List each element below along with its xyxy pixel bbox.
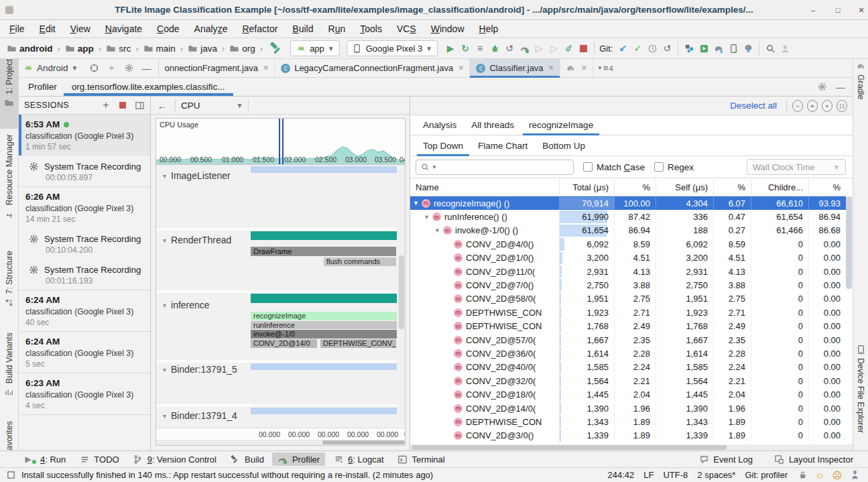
thread-state-bar[interactable] (251, 294, 397, 303)
thread-state-bar[interactable] (251, 408, 397, 414)
table-row[interactable]: mCONV_2D@18/0(1,4452.041,4452.0400.00 (410, 387, 846, 401)
chevron-down-icon[interactable]: ▾ (163, 237, 166, 244)
tool-window-button-device-file-explorer[interactable]: Device File Explorer (853, 344, 868, 450)
tab-all-threads[interactable]: All threads (464, 115, 521, 135)
tab-list-dropdown[interactable]: ▼≡4 (593, 59, 617, 77)
trace-span[interactable]: flush commands (324, 257, 396, 266)
table-row[interactable]: mCONV_2D@57/0(1,6672.351,6672.3500.00 (410, 333, 846, 347)
update-icon[interactable]: ↙ (617, 43, 628, 54)
column-header[interactable]: Childre... (751, 179, 808, 196)
tool-window-button-1-project[interactable]: 1: Project (0, 59, 18, 129)
collapse-icon[interactable]: ÷ (106, 63, 117, 74)
session-header[interactable]: 6:53 AMclassification (Google Pixel 3)1 … (19, 115, 150, 156)
subtab-bottom-up[interactable]: Bottom Up (535, 135, 593, 156)
hide-icon[interactable]: — (835, 82, 846, 93)
trace-span[interactable]: runInference (251, 321, 397, 329)
stop-red-icon[interactable] (117, 100, 128, 111)
table-horizontal-scrollbar[interactable] (410, 444, 853, 450)
tool-window-button-gradle[interactable]: Gradle (853, 60, 868, 121)
zoom-in-icon[interactable]: + (807, 101, 818, 111)
table-row[interactable]: ▼mrunInference() ()61,99087.423360.4761,… (410, 210, 846, 223)
session-header[interactable]: 6:23 AMclassification (Google Pixel 3)4 … (19, 373, 150, 414)
thread-state-bar[interactable] (251, 363, 397, 370)
menu-item-vcs[interactable]: VCS (397, 23, 416, 34)
tab-analysis[interactable]: Analysis (416, 115, 464, 135)
history-icon[interactable] (647, 43, 658, 54)
sdk-manager-icon[interactable] (743, 43, 753, 54)
layout-inspector-button[interactable]: Layout Inspector (769, 453, 859, 466)
tool-window-button-9-version-control[interactable]: 9: Version Control (127, 453, 222, 466)
device-select[interactable]: Google Pixel 3 ▼ (347, 40, 438, 56)
close-tab-icon[interactable]: ✕ (581, 64, 587, 72)
breadcrumb-item[interactable]: src (119, 44, 131, 54)
chevron-down-icon[interactable]: ▾ (163, 302, 166, 309)
timeline-vertical-scrollbar[interactable] (399, 255, 404, 329)
table-row[interactable]: mCONV_2D@36/0(1,6142.281,6142.2800.00 (410, 347, 846, 360)
trace-span[interactable]: invoke@-1/0 (251, 330, 397, 339)
settings-gear-icon[interactable] (123, 63, 134, 74)
chevron-down-icon[interactable]: ▼ (237, 102, 243, 109)
table-row[interactable]: mDEPTHWISE_CON1,7682.491,7682.4900.00 (410, 320, 846, 333)
table-row[interactable]: mCONV_2D@58/0(1,9512.751,9512.7500.00 (410, 292, 846, 306)
subtab-top-down[interactable]: Top Down (416, 135, 471, 156)
add-icon[interactable]: + (101, 100, 111, 111)
thread-state-bar[interactable] (251, 166, 397, 173)
trace-span[interactable]: recognizeImage (251, 312, 397, 320)
file-encoding[interactable]: UTF-8 (663, 470, 688, 480)
trace-bars[interactable]: DrawFrameflush commandsrecognizeImagerun… (251, 165, 397, 417)
editor-tab[interactable]: cLegacyCameraConnectionFragment.java✕ (275, 59, 470, 77)
table-vertical-scrollbar[interactable] (846, 196, 852, 289)
build-hammer-icon[interactable] (269, 41, 284, 56)
session-header[interactable]: 6:24 AMclassification (Google Pixel 3)40… (19, 290, 150, 331)
git-branch[interactable]: Git: profiler (745, 470, 788, 480)
skip-prev-icon[interactable]: ▷ (534, 43, 544, 54)
breadcrumb-item[interactable]: android (19, 44, 53, 54)
gradle-sync-icon[interactable] (713, 43, 724, 54)
editor-tab[interactable]: ✕ (560, 59, 593, 77)
session-header[interactable]: 6:26 AMclassification (Google Pixel 3)14… (19, 187, 150, 228)
debug-icon[interactable] (489, 43, 500, 54)
column-header[interactable]: % (713, 179, 751, 196)
close-tab-icon[interactable]: ✕ (263, 64, 269, 72)
split-panel-icon[interactable] (134, 100, 145, 111)
tool-window-button-todo[interactable]: TODO (74, 453, 124, 466)
deselect-all-link[interactable]: Deselect all (730, 101, 777, 111)
table-row[interactable]: mCONV_2D@32/0(1,5642.211,5642.2100.00 (410, 374, 846, 387)
tool-window-button-7-structure[interactable]: 7: Structure (0, 251, 18, 326)
table-row[interactable]: ▼mrecognizeImage() ()70,914100.004,3046.… (410, 196, 846, 210)
table-header[interactable]: NameTotal (μs)%Self (μs)%Childre...% (410, 179, 846, 196)
commit-icon[interactable]: ✓ (632, 43, 643, 54)
column-header[interactable]: % (808, 179, 846, 196)
menu-item-navigate[interactable]: Navigate (105, 23, 142, 34)
close-tab-icon[interactable]: ✕ (458, 64, 464, 72)
menu-item-view[interactable]: View (70, 23, 90, 34)
skip-next-icon[interactable]: ▷ (548, 43, 559, 54)
column-header[interactable]: Name (410, 179, 559, 196)
assistant-icon[interactable] (849, 470, 860, 481)
chevron-down-icon[interactable]: ▾ (163, 366, 166, 373)
locate-icon[interactable] (88, 63, 99, 74)
cpu-usage-chart[interactable]: CPU Usage 00.00000.50001.00001.50002.000… (156, 118, 406, 165)
table-row[interactable]: ▼minvoke@-1/0() ()61,65486.941880.2761,4… (410, 224, 846, 237)
search-field[interactable]: ▼ (416, 160, 574, 175)
table-row[interactable]: mDEPTHWISE_CON1,9232.711,9232.7100.00 (410, 306, 846, 319)
menu-item-refactor[interactable]: Refactor (242, 23, 277, 34)
indent-setting[interactable]: 2 spaces* (697, 470, 735, 480)
tool-window-button-4-run[interactable]: ▶4: Run (17, 453, 71, 466)
project-structure-icon[interactable] (684, 43, 694, 54)
session-header[interactable]: 6:24 AMclassification (Google Pixel 3)5 … (19, 332, 150, 373)
thread-row-inference[interactable]: ▾inference (163, 300, 210, 310)
tool-window-button-terminal[interactable]: Terminal (392, 453, 450, 466)
expander-icon[interactable]: ▼ (413, 200, 422, 206)
menu-item-tools[interactable]: Tools (360, 23, 382, 34)
zoom-reset-icon[interactable]: • (822, 101, 832, 111)
menu-item-edit[interactable]: Edit (40, 23, 56, 34)
table-row[interactable]: mCONV_2D@7/0()2,7503.882,7503.8800.00 (410, 278, 846, 292)
attach-debugger-icon[interactable] (563, 43, 574, 54)
column-header[interactable]: Total (μs) (559, 179, 614, 196)
column-header[interactable]: % (614, 179, 656, 196)
clock-type-select[interactable]: Wall Clock Time ▼ (747, 159, 846, 175)
tab-recognizeimage[interactable]: recognizeImage (521, 115, 601, 135)
table-row[interactable]: mCONV_2D@4/0()6,0928.596,0928.5900.00 (410, 237, 846, 251)
stop-icon[interactable] (578, 43, 588, 54)
